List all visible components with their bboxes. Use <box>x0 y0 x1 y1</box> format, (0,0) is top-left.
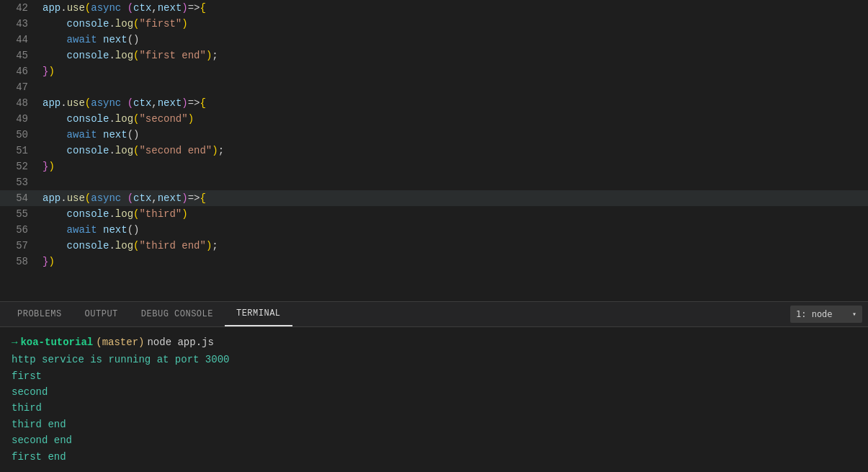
tab-bar-left: PROBLEMS OUTPUT DEBUG CONSOLE TERMINAL <box>6 301 292 326</box>
terminal-line-third-end: third end <box>12 417 856 432</box>
tab-bar-right: 1: node ▾ <box>790 306 862 323</box>
line-num-56: 56 <box>0 222 40 238</box>
terminal-line-third: third <box>12 400 856 416</box>
node-selector[interactable]: 1: node ▾ <box>790 306 862 323</box>
editor-area: 42 app.use(async (ctx,next)=>{ 43 consol… <box>0 0 868 301</box>
line-content-53 <box>40 174 868 190</box>
prompt-arrow: → <box>12 334 17 350</box>
terminal-line-second-end: second end <box>12 432 856 448</box>
code-line-57: 57 console.log("third end"); <box>0 238 868 254</box>
code-line-54: 54 app.use(async (ctx,next)=>{ <box>0 190 868 206</box>
line-num-53: 53 <box>0 174 40 190</box>
code-line-55: 55 console.log("third") <box>0 206 868 222</box>
code-line-49: 49 console.log("second") <box>0 111 868 127</box>
terminal-line-second: second <box>12 384 856 400</box>
bottom-panel: PROBLEMS OUTPUT DEBUG CONSOLE TERMINAL 1… <box>0 302 868 472</box>
line-content-50: await next() <box>40 127 868 143</box>
prompt-dir: koa-tutorial <box>20 334 93 350</box>
code-line-58: 58 }) <box>0 254 868 270</box>
line-content-56: await next() <box>40 222 868 238</box>
tab-problems[interactable]: PROBLEMS <box>6 301 73 326</box>
terminal-line-first-end: first end <box>12 449 856 465</box>
line-num-44: 44 <box>0 32 40 48</box>
line-num-45: 45 <box>0 48 40 63</box>
line-content-44: await next() <box>40 32 868 48</box>
line-content-49: console.log("second") <box>40 111 868 127</box>
line-content-48: app.use(async (ctx,next)=>{ <box>40 95 868 111</box>
code-line-44: 44 await next() <box>0 32 868 48</box>
line-content-58: }) <box>40 254 868 270</box>
code-lines: 42 app.use(async (ctx,next)=>{ 43 consol… <box>0 0 868 301</box>
line-num-57: 57 <box>0 238 40 254</box>
line-num-51: 51 <box>0 143 40 159</box>
line-num-47: 47 <box>0 79 40 95</box>
code-line-43: 43 console.log("first") <box>0 16 868 32</box>
code-line-50: 50 await next() <box>0 127 868 143</box>
line-content-52: }) <box>40 159 868 174</box>
line-num-55: 55 <box>0 206 40 222</box>
line-num-54: 54 <box>0 190 40 206</box>
line-content-57: console.log("third end"); <box>40 238 868 254</box>
line-num-50: 50 <box>0 127 40 143</box>
line-num-58: 58 <box>0 254 40 270</box>
code-line-46: 46 }) <box>0 63 868 79</box>
line-content-51: console.log("second end"); <box>40 143 868 159</box>
line-num-43: 43 <box>0 16 40 32</box>
line-num-48: 48 <box>0 95 40 111</box>
terminal-content[interactable]: → koa-tutorial (master) node app.js http… <box>0 327 868 472</box>
line-num-46: 46 <box>0 63 40 79</box>
code-line-52: 52 }) <box>0 159 868 174</box>
code-line-51: 51 console.log("second end"); <box>0 143 868 159</box>
terminal-line-http: http service is running at port 3000 <box>12 352 856 368</box>
node-selector-label: 1: node <box>796 309 833 319</box>
line-num-52: 52 <box>0 159 40 174</box>
line-content-55: console.log("third") <box>40 206 868 222</box>
terminal-line-first: first <box>12 368 856 384</box>
code-line-48: 48 app.use(async (ctx,next)=>{ <box>0 95 868 111</box>
line-num-42: 42 <box>0 0 40 16</box>
chevron-down-icon: ▾ <box>852 310 856 319</box>
tab-bar: PROBLEMS OUTPUT DEBUG CONSOLE TERMINAL 1… <box>0 302 868 327</box>
code-line-53: 53 <box>0 174 868 190</box>
line-content-43: console.log("first") <box>40 16 868 32</box>
code-line-56: 56 await next() <box>0 222 868 238</box>
terminal-prompt: → koa-tutorial (master) node app.js <box>12 334 856 350</box>
code-line-42: 42 app.use(async (ctx,next)=>{ <box>0 0 868 16</box>
prompt-cmd: node app.js <box>147 334 213 350</box>
line-num-49: 49 <box>0 111 40 127</box>
tab-output[interactable]: OUTPUT <box>73 301 130 326</box>
tab-terminal[interactable]: TERMINAL <box>225 301 292 326</box>
line-content-47 <box>40 79 868 95</box>
line-content-45: console.log("first end"); <box>40 48 868 63</box>
line-content-54: app.use(async (ctx,next)=>{ <box>40 190 868 206</box>
code-line-47: 47 <box>0 79 868 95</box>
line-content-46: }) <box>40 63 868 79</box>
tab-debug-console[interactable]: DEBUG CONSOLE <box>130 301 225 326</box>
code-line-45: 45 console.log("first end"); <box>0 48 868 63</box>
line-content-42: app.use(async (ctx,next)=>{ <box>40 0 868 16</box>
prompt-branch: (master) <box>96 334 144 350</box>
